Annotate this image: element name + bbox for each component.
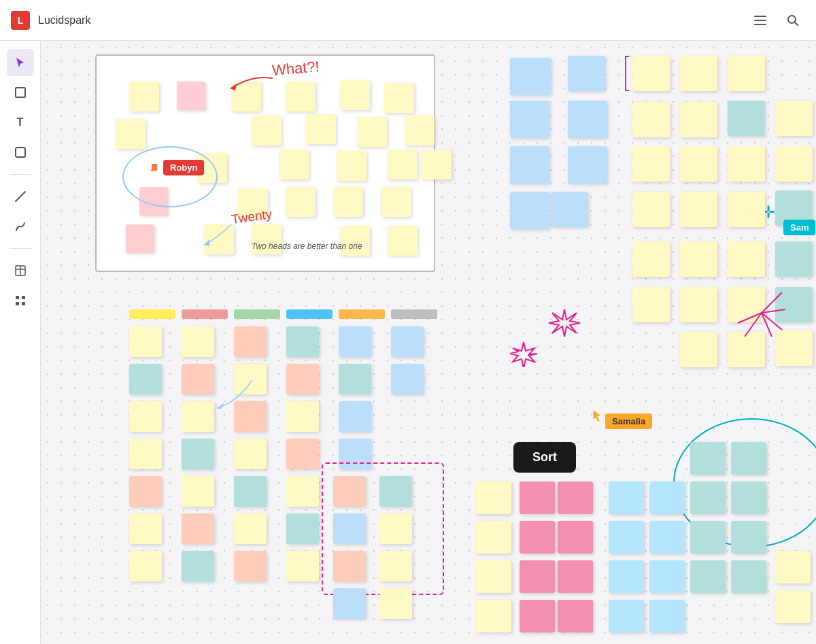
sticky-note[interactable] <box>234 326 267 357</box>
sticky-note[interactable] <box>775 241 813 277</box>
sticky-note[interactable] <box>182 476 214 507</box>
sticky-note[interactable] <box>690 442 726 475</box>
sticky-note[interactable] <box>286 439 319 469</box>
sticky-note[interactable] <box>731 442 766 475</box>
sticky-note[interactable] <box>177 82 205 110</box>
sticky-note[interactable] <box>234 439 267 469</box>
sticky-note[interactable] <box>520 600 555 632</box>
sticky-note[interactable] <box>333 476 366 507</box>
sticky-note[interactable] <box>690 521 726 554</box>
sticky-note[interactable] <box>405 116 435 146</box>
sticky-note[interactable] <box>252 116 282 146</box>
sticky-note[interactable] <box>728 192 765 227</box>
sticky-note[interactable] <box>551 192 588 227</box>
sticky-note[interactable] <box>379 476 412 507</box>
sticky-note[interactable] <box>379 588 412 619</box>
sticky-note[interactable] <box>384 83 414 113</box>
sticky-note[interactable] <box>609 560 644 593</box>
sticky-note[interactable] <box>333 513 366 544</box>
sticky-note[interactable] <box>568 56 605 91</box>
sticky-note[interactable] <box>182 326 214 357</box>
sticky-note[interactable] <box>234 551 267 581</box>
sticky-note[interactable] <box>333 588 366 619</box>
sticky-note[interactable] <box>680 56 717 91</box>
sticky-note[interactable] <box>182 513 214 544</box>
sticky-note[interactable] <box>632 192 670 227</box>
sticky-note[interactable] <box>728 146 765 182</box>
sticky-note[interactable] <box>234 476 267 507</box>
sticky-note[interactable] <box>558 481 593 514</box>
sticky-note[interactable] <box>558 560 593 593</box>
sticky-note[interactable] <box>680 192 717 227</box>
sticky-note[interactable] <box>182 401 214 432</box>
sidebar-item-grid[interactable] <box>7 287 34 314</box>
sticky-note[interactable] <box>476 481 511 514</box>
sticky-note[interactable] <box>775 551 811 583</box>
sticky-note[interactable] <box>728 241 765 277</box>
sticky-note[interactable] <box>182 551 214 581</box>
sticky-note[interactable] <box>568 101 607 138</box>
sticky-note[interactable] <box>731 481 766 514</box>
sidebar-item-select[interactable] <box>7 49 34 76</box>
sticky-note[interactable] <box>609 521 644 554</box>
sticky-note[interactable] <box>680 102 717 137</box>
sticky-note[interactable] <box>286 513 319 544</box>
sticky-note[interactable] <box>568 146 607 184</box>
sticky-note[interactable] <box>116 119 146 149</box>
sticky-note[interactable] <box>558 521 593 554</box>
sticky-note[interactable] <box>286 401 319 432</box>
sticky-note[interactable] <box>391 364 424 394</box>
sticky-note[interactable] <box>129 513 162 544</box>
sidebar-item-shape[interactable] <box>7 139 34 166</box>
sidebar-item-frame[interactable] <box>7 79 34 106</box>
sticky-note[interactable] <box>339 401 371 432</box>
sticky-note[interactable] <box>339 364 371 394</box>
sticky-note[interactable] <box>731 521 766 554</box>
sticky-note[interactable] <box>690 560 726 593</box>
sticky-note[interactable] <box>388 226 418 256</box>
sticky-note[interactable] <box>234 401 267 432</box>
sticky-note[interactable] <box>649 521 685 554</box>
sticky-note[interactable] <box>126 224 154 253</box>
sticky-note[interactable] <box>649 481 685 514</box>
sticky-note[interactable] <box>182 439 214 469</box>
sticky-note[interactable] <box>680 332 717 367</box>
sticky-note[interactable] <box>379 513 412 544</box>
sticky-note[interactable] <box>286 364 319 394</box>
sticky-note[interactable] <box>632 146 670 182</box>
sticky-note[interactable] <box>333 187 363 217</box>
sticky-note[interactable] <box>680 287 717 322</box>
sticky-note[interactable] <box>649 600 685 632</box>
sticky-note[interactable] <box>286 82 316 112</box>
sticky-note[interactable] <box>632 102 670 137</box>
sticky-note[interactable] <box>728 56 765 91</box>
sticky-note[interactable] <box>357 117 387 147</box>
sticky-note[interactable] <box>728 101 765 136</box>
sticky-note[interactable] <box>510 58 551 95</box>
sticky-note[interactable] <box>129 476 162 507</box>
sticky-note[interactable] <box>609 600 644 632</box>
sticky-note[interactable] <box>476 600 511 632</box>
sticky-note[interactable] <box>340 226 370 256</box>
sticky-note[interactable] <box>476 521 511 554</box>
sticky-note[interactable] <box>129 439 162 469</box>
sidebar-item-table[interactable] <box>7 257 34 284</box>
sticky-note[interactable] <box>129 364 162 394</box>
sticky-note[interactable] <box>279 150 309 180</box>
sticky-note[interactable] <box>520 521 555 554</box>
sticky-note[interactable] <box>520 481 555 514</box>
sticky-note[interactable] <box>129 401 162 432</box>
sticky-note[interactable] <box>476 560 511 593</box>
sticky-note[interactable] <box>775 101 813 136</box>
sticky-note[interactable] <box>286 476 319 507</box>
sticky-note[interactable] <box>129 551 162 581</box>
sticky-note[interactable] <box>286 326 319 357</box>
sticky-note[interactable] <box>609 481 644 514</box>
sticky-note[interactable] <box>775 146 813 182</box>
search-button[interactable] <box>781 8 805 33</box>
sticky-note[interactable] <box>680 146 717 182</box>
menu-button[interactable] <box>748 8 772 33</box>
sticky-note[interactable] <box>520 560 555 593</box>
sort-button[interactable]: Sort <box>513 442 576 473</box>
sticky-note[interactable] <box>234 513 267 544</box>
